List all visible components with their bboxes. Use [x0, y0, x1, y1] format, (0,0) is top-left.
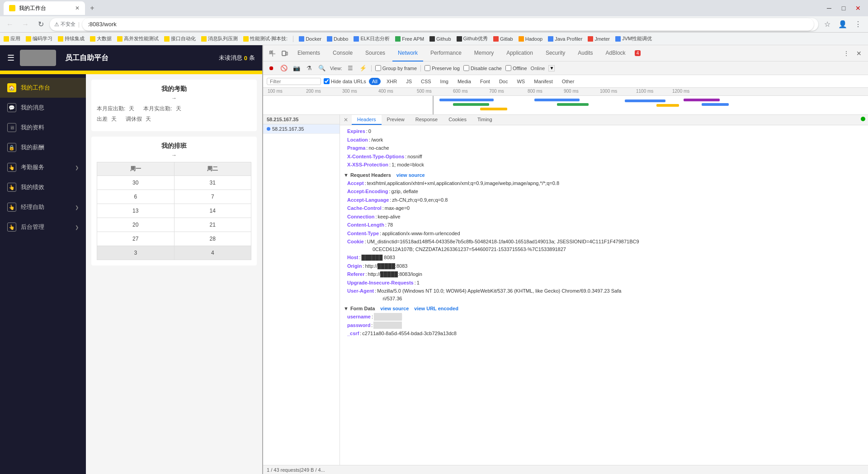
sidebar-item-attendance[interactable]: 👆 考勤服务 ❯: [0, 157, 86, 177]
bookmark-elk[interactable]: ELK日志分析: [354, 35, 390, 42]
sidebar-item-messages[interactable]: 💬 我的消息: [0, 98, 86, 118]
tab-adblock[interactable]: AdBlock: [600, 45, 631, 62]
bookmark-jvm[interactable]: JVM性能调优: [615, 35, 652, 42]
bookmark-perf[interactable]: 高并发性能测试: [117, 35, 159, 42]
view-waterfall-button[interactable]: ⚡: [359, 64, 368, 73]
tab-audits[interactable]: Audits: [572, 45, 598, 62]
filter-ws-button[interactable]: WS: [514, 78, 528, 85]
refresh-button[interactable]: ↻: [34, 18, 47, 31]
tab-sources[interactable]: Sources: [360, 45, 391, 62]
active-tab[interactable]: 我的工作台 ✕: [4, 1, 85, 15]
subtab-headers[interactable]: Headers: [352, 115, 382, 125]
bookmark-github[interactable]: Github: [429, 36, 451, 42]
search-button[interactable]: 🔍: [317, 64, 326, 73]
form-view-source-link[interactable]: view source: [380, 306, 409, 311]
bookmark-github-best[interactable]: Github优秀: [457, 35, 488, 42]
tab-application[interactable]: Application: [501, 45, 538, 62]
filter-js-button[interactable]: JS: [403, 78, 415, 85]
bookmark-bigdata[interactable]: 大数据: [90, 35, 112, 42]
bookmark-api[interactable]: 接口自动化: [164, 35, 196, 42]
bookmark-apm[interactable]: Free APM: [395, 36, 424, 42]
inspect-element-button[interactable]: [267, 48, 278, 59]
sidebar-item-salary[interactable]: 🔒 我的薪酬: [0, 137, 86, 157]
sidebar-item-admin[interactable]: 👆 后台管理 ❯: [0, 217, 86, 237]
tab-network[interactable]: Network: [392, 45, 423, 62]
filter-xhr-button[interactable]: XHR: [383, 78, 400, 85]
sidebar-item-manager[interactable]: 👆 经理自助 ❯: [0, 197, 86, 217]
clear-button[interactable]: 🚫: [279, 64, 288, 73]
filter-css-button[interactable]: CSS: [418, 78, 434, 85]
tab-close-button[interactable]: ✕: [75, 5, 80, 11]
form-data-title[interactable]: ▼ Form Data view source view URL encoded: [340, 304, 868, 313]
address-input[interactable]: [82, 18, 814, 31]
preserve-log-input[interactable]: [425, 65, 430, 71]
close-devtools-button[interactable]: ✕: [854, 48, 864, 59]
filter-font-button[interactable]: Font: [477, 78, 493, 85]
bookmark-jprofiler[interactable]: Java Profiler: [548, 36, 582, 42]
tab-console[interactable]: Console: [327, 45, 358, 62]
close-button[interactable]: ✕: [852, 2, 864, 14]
filter-other-button[interactable]: Other: [559, 78, 578, 85]
filter-input[interactable]: [267, 78, 321, 85]
bookmark-docker[interactable]: Docker: [299, 36, 321, 42]
more-button[interactable]: ⋮: [852, 18, 864, 31]
offline-input[interactable]: [505, 65, 511, 71]
form-view-url-encoded-link[interactable]: view URL encoded: [414, 306, 458, 311]
group-by-frame-checkbox[interactable]: Group by frame: [375, 65, 417, 71]
bookmark-ci[interactable]: 持续集成: [58, 35, 85, 42]
device-toolbar-button[interactable]: [279, 48, 290, 59]
disable-cache-checkbox[interactable]: Disable cache: [463, 65, 502, 71]
tab-elements[interactable]: Elements: [292, 45, 326, 62]
more-tools-button[interactable]: ⋮: [841, 48, 852, 59]
minimize-button[interactable]: ─: [823, 2, 835, 14]
bookmark-jmeter[interactable]: Jmeter: [588, 36, 610, 42]
bookmark-script[interactable]: 性能测试·脚本技:: [243, 35, 288, 42]
attendance-arrow-link[interactable]: →: [97, 95, 251, 101]
hamburger-menu[interactable]: ☰: [7, 53, 14, 63]
forward-button[interactable]: →: [19, 18, 32, 31]
disable-cache-input[interactable]: [463, 65, 469, 71]
tab-performance[interactable]: Performance: [425, 45, 467, 62]
new-tab-button[interactable]: +: [85, 2, 99, 14]
offline-checkbox[interactable]: Offline: [505, 65, 527, 71]
subtab-preview[interactable]: Preview: [382, 115, 410, 125]
hide-data-urls-input[interactable]: [324, 78, 330, 84]
filter-media-button[interactable]: Media: [454, 78, 474, 85]
subtab-close-button[interactable]: ✕: [340, 115, 352, 125]
bookmark-hadoop[interactable]: Hadoop: [519, 36, 543, 42]
view-list-button[interactable]: ☰: [346, 64, 355, 73]
subtab-response[interactable]: Response: [410, 115, 443, 125]
schedule-arrow-link[interactable]: →: [97, 152, 251, 158]
actual-attend-value: 天: [176, 105, 181, 113]
bookmark-mq[interactable]: 消息队列压测: [201, 35, 238, 42]
bookmark-button[interactable]: ☆: [821, 18, 834, 31]
capture-screenshot-button[interactable]: 📷: [292, 64, 301, 73]
back-button[interactable]: ←: [4, 18, 16, 31]
maximize-button[interactable]: □: [837, 2, 850, 14]
filter-all-button[interactable]: All: [369, 78, 381, 85]
online-dropdown[interactable]: ▼: [548, 65, 555, 71]
filter-doc-button[interactable]: Doc: [496, 78, 511, 85]
filter-button[interactable]: ⚗: [305, 64, 314, 73]
bookmark-coding[interactable]: 编码学习: [26, 35, 52, 42]
record-button[interactable]: ⏺: [267, 64, 276, 73]
preserve-log-checkbox[interactable]: Preserve log: [425, 65, 460, 71]
filter-manifest-button[interactable]: Manifest: [531, 78, 556, 85]
subtab-timing[interactable]: Timing: [472, 115, 498, 125]
bookmark-dubbo[interactable]: Dubbo: [327, 36, 348, 42]
request-headers-title[interactable]: ▼ Request Headers view source: [340, 171, 868, 179]
filter-img-button[interactable]: Img: [437, 78, 452, 85]
sidebar-item-workbench[interactable]: 🏠 我的工作台: [0, 78, 86, 98]
hide-data-urls-checkbox[interactable]: Hide data URLs: [324, 78, 366, 84]
bookmark-gitlab[interactable]: Gitlab: [493, 36, 513, 42]
request-item-0[interactable]: 58.215.167.35: [263, 124, 340, 134]
group-by-frame-input[interactable]: [375, 65, 381, 71]
tab-security[interactable]: Security: [540, 45, 571, 62]
profile-button[interactable]: 👤: [836, 18, 849, 31]
sidebar-item-performance[interactable]: 👆 我的绩效: [0, 177, 86, 197]
bookmark-apps[interactable]: 应用: [4, 35, 20, 42]
tab-memory[interactable]: Memory: [469, 45, 499, 62]
sidebar-item-profile[interactable]: 🖥 我的资料: [0, 118, 86, 137]
subtab-cookies[interactable]: Cookies: [443, 115, 472, 125]
view-source-link[interactable]: view source: [396, 172, 425, 178]
